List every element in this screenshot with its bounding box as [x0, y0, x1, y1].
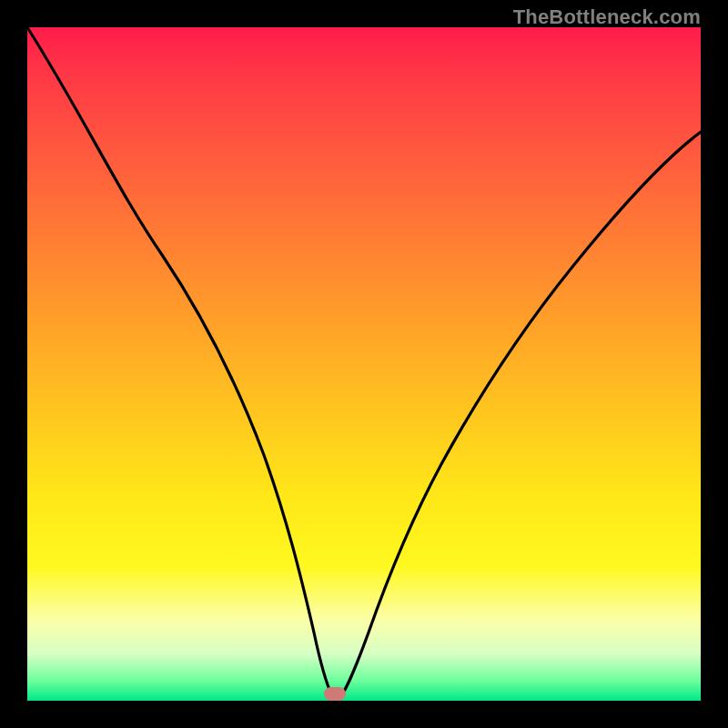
min-marker	[324, 687, 346, 701]
plot-area	[27, 27, 701, 701]
curve-path	[27, 27, 701, 701]
chart-frame: TheBottleneck.com	[0, 0, 728, 728]
bottleneck-curve	[27, 27, 701, 701]
watermark-text: TheBottleneck.com	[513, 5, 701, 29]
